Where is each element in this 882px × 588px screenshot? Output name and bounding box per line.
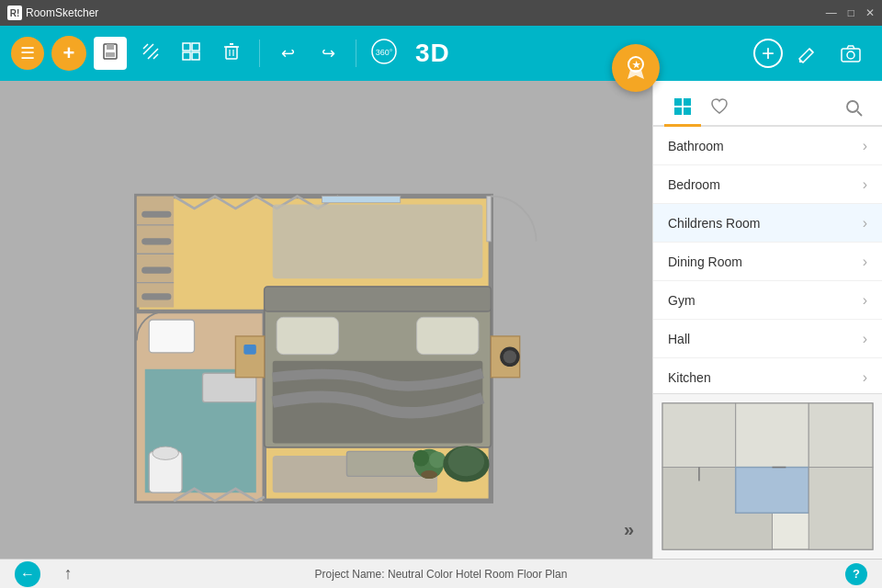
svg-rect-71 <box>808 468 873 550</box>
minimize-button[interactable]: — <box>826 6 837 19</box>
category-item-childrens-room[interactable]: Childrens Room› <box>653 204 882 243</box>
svg-rect-43 <box>235 336 264 378</box>
grid-icon <box>673 96 693 117</box>
edit-right-button[interactable] <box>786 33 827 74</box>
svg-point-52 <box>413 450 429 467</box>
search-button[interactable] <box>838 92 871 125</box>
tab-grid[interactable] <box>664 88 701 125</box>
category-arrow: › <box>863 138 867 154</box>
category-item-bathroom[interactable]: Bathroom› <box>653 127 882 165</box>
help-button[interactable]: ? <box>845 563 867 585</box>
award-badge[interactable]: ★ <box>612 44 660 92</box>
3d-button[interactable]: 3D <box>415 39 450 68</box>
category-item-gym[interactable]: Gym› <box>653 281 882 320</box>
svg-rect-37 <box>265 287 492 311</box>
add-button[interactable]: + <box>51 36 86 71</box>
up-button[interactable]: ↑ <box>55 561 81 587</box>
svg-rect-6 <box>192 52 199 60</box>
svg-rect-66 <box>662 403 736 468</box>
project-name-label: Project Name: Neutral Color Hotel Room F… <box>315 568 568 581</box>
search-icon <box>845 99 864 118</box>
svg-point-16 <box>847 51 854 59</box>
category-label: Bedroom <box>668 177 720 192</box>
menu-icon: ☰ <box>20 43 35 63</box>
svg-text:360°: 360° <box>376 48 393 57</box>
add-right-button[interactable]: + <box>753 39 783 68</box>
save-icon <box>101 42 119 65</box>
category-label: Childrens Room <box>668 216 760 231</box>
expand-arrows-button[interactable]: » <box>624 519 634 540</box>
menu-button[interactable]: ☰ <box>11 37 44 70</box>
category-arrow: › <box>863 292 867 309</box>
category-item-dining-room[interactable]: Dining Room› <box>653 243 882 281</box>
svg-rect-58 <box>322 197 401 203</box>
svg-line-64 <box>857 111 862 116</box>
category-label: Bathroom <box>668 139 724 153</box>
svg-rect-5 <box>183 52 190 60</box>
bottom-nav: ← ↑ Project Name: Neutral Color Hotel Ro… <box>0 559 882 588</box>
svg-rect-59 <box>674 98 682 106</box>
svg-point-54 <box>421 470 437 479</box>
back-button[interactable]: ← <box>15 561 40 587</box>
svg-rect-26 <box>149 320 194 353</box>
svg-point-25 <box>153 447 179 459</box>
svg-line-14 <box>809 49 813 52</box>
svg-rect-44 <box>243 345 255 355</box>
view360-button[interactable]: 360° <box>368 37 401 70</box>
category-arrow: › <box>863 215 867 232</box>
svg-rect-57 <box>487 197 491 242</box>
svg-rect-61 <box>674 107 682 115</box>
maximize-button[interactable]: □ <box>848 6 854 19</box>
floor-plan-svg <box>0 81 652 559</box>
category-item-bedroom[interactable]: Bedroom› <box>653 165 882 204</box>
category-item-hall[interactable]: Hall› <box>653 320 882 358</box>
svg-rect-67 <box>736 403 809 468</box>
undo-button[interactable]: ↩ <box>271 37 304 70</box>
snap-button[interactable] <box>134 37 167 70</box>
redo-icon: ↪ <box>322 43 335 63</box>
svg-rect-2 <box>106 52 115 57</box>
right-panel: Bathroom›Bedroom›Childrens Room›Dining R… <box>652 81 882 559</box>
svg-rect-4 <box>192 43 199 51</box>
category-label: Hall <box>668 332 690 346</box>
window-controls[interactable]: — □ ✕ <box>826 6 875 19</box>
svg-rect-62 <box>684 107 691 115</box>
svg-rect-70 <box>736 468 809 514</box>
add-icon: + <box>63 41 75 65</box>
toolbar-divider <box>259 40 260 67</box>
trash-button[interactable] <box>215 37 248 70</box>
svg-text:★: ★ <box>632 60 641 70</box>
view360-icon: 360° <box>369 37 399 71</box>
svg-rect-38 <box>277 317 338 354</box>
svg-rect-48 <box>273 204 483 278</box>
svg-point-47 <box>503 350 516 363</box>
title-bar: R! RoomSketcher — □ ✕ <box>0 0 882 26</box>
category-arrow: › <box>863 254 867 270</box>
tab-favorites[interactable] <box>701 88 738 125</box>
canvas-area[interactable]: » <box>0 81 652 559</box>
redo-button[interactable]: ↪ <box>311 37 345 70</box>
trash-icon <box>222 42 241 65</box>
svg-point-63 <box>847 101 858 112</box>
rooms-button[interactable] <box>175 37 208 70</box>
panel-tabs <box>653 81 882 127</box>
camera-right-button[interactable] <box>831 33 871 74</box>
svg-rect-3 <box>183 43 190 51</box>
heart-icon <box>709 96 729 117</box>
mini-map-svg <box>653 394 882 559</box>
svg-rect-68 <box>808 403 873 468</box>
svg-rect-39 <box>417 317 479 354</box>
category-arrow: › <box>863 369 867 386</box>
category-arrow: › <box>863 176 867 193</box>
save-button[interactable] <box>94 37 127 70</box>
logo-icon: R! <box>7 6 22 20</box>
app-logo: R! RoomSketcher <box>7 6 98 20</box>
svg-point-56 <box>448 447 484 476</box>
category-item-kitchen[interactable]: Kitchen› <box>653 358 882 393</box>
toolbar-right-section: + <box>753 26 882 81</box>
category-label: Dining Room <box>668 254 742 269</box>
snap-icon <box>141 41 161 66</box>
main-area: » <box>0 81 882 559</box>
app-title: RoomSketcher <box>26 6 98 19</box>
close-button[interactable]: ✕ <box>865 6 875 19</box>
